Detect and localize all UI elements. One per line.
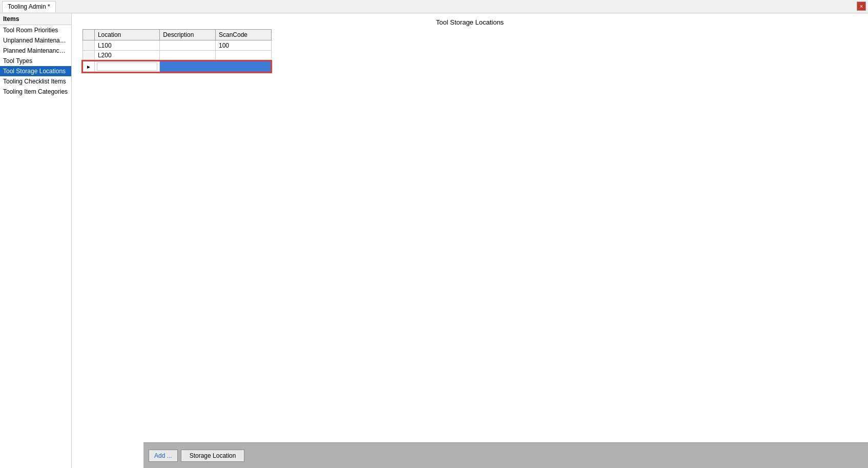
header-scancode: ScanCode: [215, 30, 271, 40]
header-location: Location: [94, 30, 159, 40]
header-indicator: [82, 30, 94, 40]
new-row: ►: [82, 61, 271, 72]
cell-scancode[interactable]: [215, 51, 271, 61]
new-row-indicator: ►: [82, 61, 94, 72]
sidebar: Items Tool Room Priorities Unplanned Mai…: [0, 13, 72, 468]
new-row-location-input[interactable]: [97, 62, 157, 71]
data-table: Location Description ScanCode L100 100: [82, 29, 272, 73]
content-area: Tool Storage Locations Location Descript…: [72, 13, 868, 468]
sidebar-item-tooling-checklist-items[interactable]: Tooling Checklist Items: [0, 76, 71, 87]
row-arrow-icon: ►: [86, 64, 91, 70]
table-container: Location Description ScanCode L100 100: [82, 29, 858, 73]
cell-location[interactable]: L100: [94, 40, 159, 51]
sidebar-item-tool-room-priorities[interactable]: Tool Room Priorities: [0, 25, 71, 35]
title-tab[interactable]: Tooling Admin *: [2, 1, 56, 12]
cell-description[interactable]: [160, 51, 216, 61]
title-bar: Tooling Admin * ×: [0, 0, 868, 13]
sidebar-item-unplanned-maintenance[interactable]: Unplanned Maintenance: [0, 35, 71, 46]
sidebar-item-tooling-item-categories[interactable]: Tooling Item Categories: [0, 87, 71, 97]
bottom-bar: Add ... Storage Location: [143, 442, 868, 468]
sidebar-header: Items: [0, 13, 71, 25]
table-row: L200: [82, 51, 271, 61]
new-row-description-cell[interactable]: [160, 61, 216, 72]
title-tab-label: Tooling Admin *: [8, 3, 50, 10]
main-container: Items Tool Room Priorities Unplanned Mai…: [0, 13, 868, 468]
cell-description[interactable]: [160, 40, 216, 51]
sidebar-item-planned-maintenance[interactable]: Planned Maintenance Re: [0, 46, 71, 56]
add-button[interactable]: Add ...: [149, 450, 178, 462]
row-indicator: [82, 51, 94, 61]
content-title: Tool Storage Locations: [72, 13, 868, 29]
table-header-row: Location Description ScanCode: [82, 30, 271, 40]
storage-location-button[interactable]: Storage Location: [181, 450, 245, 462]
new-row-location-cell[interactable]: [94, 61, 159, 72]
cell-scancode[interactable]: 100: [215, 40, 271, 51]
close-button[interactable]: ×: [857, 2, 866, 11]
cell-location[interactable]: L200: [94, 51, 159, 61]
sidebar-item-tool-types[interactable]: Tool Types: [0, 56, 71, 66]
sidebar-item-tool-storage-locations[interactable]: Tool Storage Locations: [0, 66, 71, 76]
new-row-scancode-cell[interactable]: [215, 61, 271, 72]
header-description: Description: [160, 30, 216, 40]
row-indicator: [82, 40, 94, 51]
table-row: L100 100: [82, 40, 271, 51]
close-icon: ×: [860, 3, 863, 9]
